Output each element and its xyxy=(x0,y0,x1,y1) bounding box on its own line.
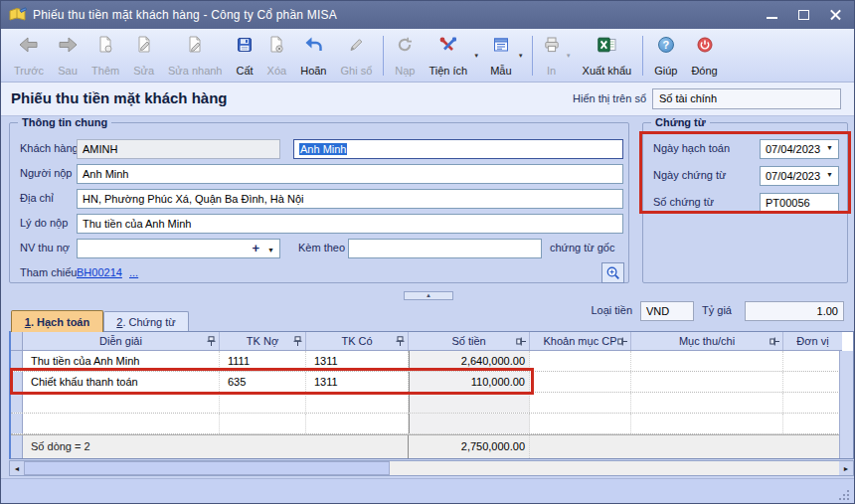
toolbar-button-next[interactable]: Sau xyxy=(51,33,85,79)
cell-income-expense-item[interactable] xyxy=(631,351,783,371)
toolbar-button-template[interactable]: Mẫu ▼ xyxy=(483,33,527,79)
debt-collector-combo[interactable]: + ▼ xyxy=(77,239,280,258)
cell-debit-account[interactable]: 635 xyxy=(220,372,306,392)
row-indicator xyxy=(11,393,23,413)
doc-no-label: Số chứng từ xyxy=(653,196,714,208)
toolbar-button-edit[interactable]: Sửa xyxy=(126,33,161,79)
scroll-left-arrow[interactable]: ◄ xyxy=(10,461,24,475)
column-header-debit-account[interactable]: TK Nợ xyxy=(220,332,306,350)
column-header-description[interactable]: Diễn giải xyxy=(23,332,220,350)
printer-icon xyxy=(544,36,560,54)
refresh-icon xyxy=(397,36,413,54)
address-label: Địa chỉ xyxy=(20,192,54,204)
cell-description[interactable]: Chiết khấu thanh toán xyxy=(23,372,220,392)
customer-label: Khách hàng xyxy=(20,142,79,154)
payer-field[interactable]: Anh Minh xyxy=(77,164,623,184)
column-header-income-expense-item[interactable]: Mục thu/chi xyxy=(631,332,783,350)
toolbar-separator xyxy=(642,36,643,76)
arrow-right-icon xyxy=(58,36,78,54)
horizontal-scrollbar[interactable]: ◄ ► xyxy=(9,460,854,476)
reference-more-link[interactable]: ... xyxy=(129,266,138,278)
attach-label: Kèm theo xyxy=(298,242,345,253)
scroll-right-arrow[interactable]: ► xyxy=(839,461,853,475)
chevron-down-icon: ▼ xyxy=(473,53,479,59)
tab-hach-toan[interactable]: 1. Hạch toán xyxy=(11,310,103,332)
cell-debit-account[interactable]: 1111 xyxy=(220,351,306,371)
scrollbar-thumb[interactable] xyxy=(24,461,390,475)
toolbar-button-delete[interactable]: Xóa xyxy=(260,33,294,79)
chevron-down-icon[interactable]: ▼ xyxy=(267,247,274,253)
maximize-button[interactable] xyxy=(790,6,816,24)
rate-field[interactable]: 1.00 xyxy=(745,301,844,321)
toolbar-separator xyxy=(532,36,533,76)
chevron-down-icon[interactable]: ▼ xyxy=(826,171,833,178)
cell-expense-item[interactable] xyxy=(530,351,631,371)
maximize-icon xyxy=(798,10,809,20)
save-floppy-icon xyxy=(237,36,253,54)
reason-field[interactable]: Thu tiền của Anh Minh xyxy=(77,214,623,234)
table-row-highlighted[interactable]: Chiết khấu thanh toán 635 1311 110,000.0… xyxy=(11,372,842,393)
reference-link[interactable]: BH00214 xyxy=(77,266,122,278)
close-button[interactable] xyxy=(822,6,848,24)
tools-icon xyxy=(439,36,457,54)
add-icon[interactable]: + xyxy=(252,242,259,255)
minimize-button[interactable] xyxy=(759,6,784,24)
display-on-book-field[interactable]: Số tài chính xyxy=(652,88,841,109)
chevron-down-icon[interactable]: ▼ xyxy=(826,144,833,151)
column-header-unit[interactable]: Đơn vị xyxy=(783,332,842,350)
column-header-credit-account[interactable]: TK Có xyxy=(306,332,409,350)
toolbar-button-export[interactable]: Xuất khẩu xyxy=(576,33,639,79)
doc-no-field[interactable]: PT00056 xyxy=(760,193,839,213)
general-info-group: Thông tin chung Khách hàng AMINH Anh Min… xyxy=(9,122,629,283)
cell-unit[interactable] xyxy=(783,351,842,371)
cell-unit[interactable] xyxy=(783,372,842,392)
toolbar-button-save[interactable]: Cất xyxy=(229,33,259,79)
toolbar-button-post[interactable]: Ghi sổ xyxy=(333,33,379,79)
customer-name-field[interactable]: Anh Minh xyxy=(293,139,623,159)
table-row-empty[interactable] xyxy=(11,414,842,434)
attach-suffix-label: chứng từ gốc xyxy=(550,242,614,253)
toolbar-button-help[interactable]: ? Giúp xyxy=(647,33,684,79)
tab-chung-tu[interactable]: 2. Chứng từ xyxy=(103,311,189,332)
toolbar-button-reload[interactable]: Nạp xyxy=(388,33,422,79)
toolbar-button-previous[interactable]: Trước xyxy=(7,33,51,79)
collapse-panel-button[interactable]: ▲ xyxy=(404,291,453,300)
resize-grip[interactable] xyxy=(839,490,849,500)
toolbar-button-close-form[interactable]: Đóng xyxy=(684,33,724,79)
toolbar-button-add[interactable]: Thêm xyxy=(85,33,126,79)
minimize-icon xyxy=(767,17,777,19)
posting-date-picker[interactable]: 07/04/2023 ▼ xyxy=(760,139,839,159)
page-new-icon xyxy=(97,36,113,54)
table-row-empty[interactable] xyxy=(11,393,842,414)
help-circle-icon: ? xyxy=(658,36,674,54)
doc-date-picker[interactable]: 07/04/2023 ▼ xyxy=(760,166,839,186)
chevron-down-icon: ▼ xyxy=(566,53,572,59)
posting-date-row: Ngày hạch toán 07/04/2023 ▼ xyxy=(643,139,847,159)
customer-code-field[interactable]: AMINH xyxy=(77,139,280,159)
cell-expense-item[interactable] xyxy=(530,372,631,392)
cell-income-expense-item[interactable] xyxy=(631,372,783,392)
toolbar-button-unpost[interactable]: Hoãn xyxy=(293,33,333,79)
toolbar-button-quick-edit[interactable]: Sửa nhanh xyxy=(161,33,229,79)
toolbar-button-print[interactable]: In ▼ xyxy=(537,33,576,79)
general-info-legend: Thông tin chung xyxy=(18,116,111,128)
table-row[interactable]: Thu tiền của Anh Minh 1111 1311 2,640,00… xyxy=(11,351,842,372)
address-field[interactable]: HN, Phường Phúc Xá, Quận Ba Đình, Hà Nội xyxy=(77,189,623,209)
zoom-button[interactable] xyxy=(601,262,624,283)
vertical-scrollbar[interactable] xyxy=(839,351,853,458)
cell-amount[interactable]: 2,640,000.00 xyxy=(409,351,530,371)
cell-credit-account[interactable]: 1311 xyxy=(306,351,409,371)
cell-credit-account[interactable]: 1311 xyxy=(306,372,409,392)
cell-amount[interactable]: 110,000.00 xyxy=(409,372,530,392)
column-header-amount[interactable]: Số tiền xyxy=(409,332,530,350)
toolbar-button-utilities[interactable]: Tiện ích ▼ xyxy=(422,33,483,79)
row-indicator-header xyxy=(11,332,23,350)
attach-field[interactable] xyxy=(348,239,542,258)
accounting-grid: Diễn giải TK Nợ TK Có Số tiền Khoản mục … xyxy=(9,331,854,459)
window-controls xyxy=(759,6,848,24)
customer-row: Khách hàng AMINH Anh Minh xyxy=(10,139,628,159)
currency-field[interactable]: VND xyxy=(640,301,694,321)
cell-description[interactable]: Thu tiền của Anh Minh xyxy=(23,351,220,371)
up-triangle-icon: ▲ xyxy=(426,292,431,298)
column-header-expense-item[interactable]: Khoản mục CP xyxy=(530,332,631,350)
